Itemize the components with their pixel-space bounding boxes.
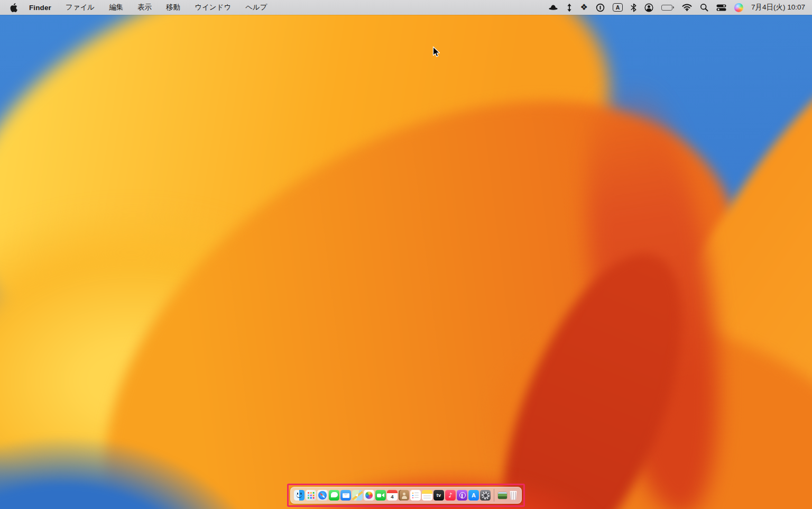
dock: 4 tv ♪ A: [290, 487, 522, 504]
dock-item-notes[interactable]: [422, 490, 432, 501]
dock-item-image-file[interactable]: [498, 492, 507, 499]
control-center-icon[interactable]: [716, 0, 726, 15]
dock-item-maps[interactable]: [352, 490, 363, 501]
alfred-hat-icon[interactable]: [548, 0, 558, 15]
menu-item-0[interactable]: ファイル: [66, 3, 95, 12]
wallpaper-petal: [565, 68, 742, 509]
apple-menu-icon[interactable]: [8, 0, 20, 15]
dock-item-facetime[interactable]: [375, 490, 386, 501]
menu-item-1[interactable]: 編集: [109, 3, 123, 12]
onepassword-icon[interactable]: [596, 0, 605, 15]
dock-item-calendar[interactable]: 4: [387, 490, 398, 501]
music-note-icon: ♪: [445, 490, 456, 501]
calendar-day-number: 4: [387, 493, 398, 501]
dock-item-appstore[interactable]: A: [468, 490, 479, 501]
battery-icon[interactable]: [661, 0, 674, 15]
dock-item-appletv[interactable]: tv: [433, 490, 444, 501]
wallpaper-petal: [10, 0, 812, 509]
wallpaper: [0, 0, 812, 509]
input-method-label: A: [616, 4, 620, 11]
dock-item-photos[interactable]: [364, 490, 374, 501]
desktop[interactable]: Finder ファイル編集表示移動ウインドウヘルプ ❖ A: [0, 0, 812, 509]
menu-items: ファイル編集表示移動ウインドウヘルプ: [66, 3, 267, 12]
dock-item-safari[interactable]: [317, 490, 328, 501]
active-app-menu[interactable]: Finder: [29, 4, 51, 12]
user-account-icon[interactable]: [644, 0, 653, 15]
dock-item-finder[interactable]: [294, 490, 304, 501]
dock-item-mail[interactable]: [340, 490, 351, 501]
menu-item-2[interactable]: 表示: [137, 3, 152, 12]
wallpaper-petal: [444, 258, 812, 509]
dropbox-icon[interactable]: ❖: [580, 0, 588, 15]
dock-item-system-settings[interactable]: [480, 490, 491, 501]
wallpaper-petal: [465, 230, 719, 509]
dock-item-trash[interactable]: [510, 491, 517, 500]
appletv-logo-text: tv: [433, 490, 444, 501]
menu-item-5[interactable]: ヘルプ: [245, 3, 267, 12]
menu-bar: Finder ファイル編集表示移動ウインドウヘルプ ❖ A: [0, 0, 812, 15]
resolution-updown-icon[interactable]: [566, 0, 573, 15]
dock-separator: [494, 489, 494, 502]
menu-item-3[interactable]: 移動: [166, 3, 180, 12]
wallpaper-petal: [0, 143, 463, 509]
dock-item-launchpad[interactable]: [306, 490, 316, 501]
dock-item-messages[interactable]: [329, 490, 339, 501]
appstore-letter: A: [468, 490, 479, 501]
input-method-icon[interactable]: A: [613, 0, 623, 15]
dock-item-reminders[interactable]: [410, 490, 421, 501]
annotation-highlight-box: 4 tv ♪ A: [287, 484, 525, 507]
menu-item-4[interactable]: ウインドウ: [195, 3, 231, 12]
siri-icon[interactable]: [734, 0, 743, 15]
menu-bar-clock[interactable]: 7月4日(火) 10:07: [751, 3, 805, 12]
wifi-icon[interactable]: [682, 0, 692, 15]
dock-item-contacts[interactable]: [399, 490, 409, 501]
wallpaper-petal: [0, 0, 657, 423]
bluetooth-icon[interactable]: [631, 0, 636, 15]
dock-item-music[interactable]: ♪: [445, 490, 456, 501]
wallpaper-petal: [449, 0, 812, 509]
dock-item-podcasts[interactable]: [457, 490, 467, 501]
spotlight-search-icon[interactable]: [700, 0, 708, 15]
